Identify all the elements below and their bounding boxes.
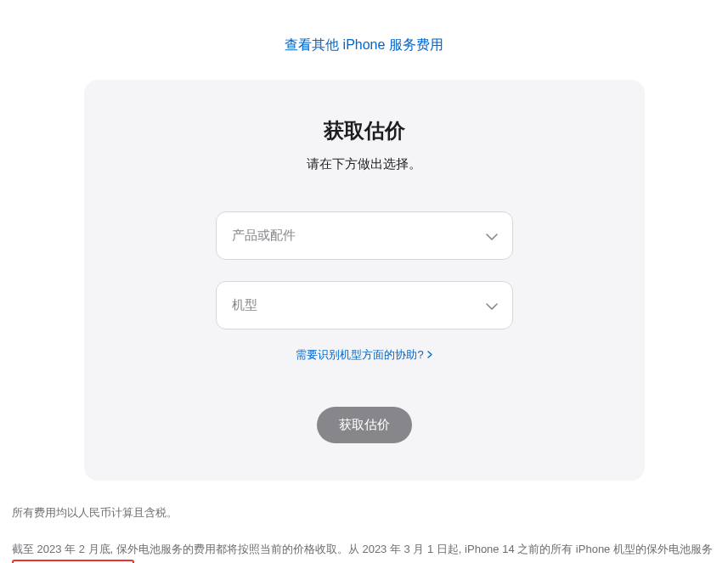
card-subtitle: 请在下方做出选择。: [118, 156, 611, 172]
model-select-wrap: 机型: [216, 281, 513, 329]
card-title: 获取估价: [118, 117, 611, 144]
help-link-wrap: 需要识别机型方面的协助?: [118, 346, 611, 363]
footer-text: 所有费用均以人民币计算且含税。 截至 2023 年 2 月底, 保外电池服务的费…: [8, 503, 720, 563]
product-select[interactable]: 产品或配件: [216, 211, 513, 260]
footer-price-note: 截至 2023 年 2 月底, 保外电池服务的费用都将按照当前的价格收取。从 2…: [12, 539, 716, 563]
product-select-wrap: 产品或配件: [216, 211, 513, 260]
price-increase-highlight: 费用将增加 RMB 169。: [12, 560, 134, 563]
footer-tax-note: 所有费用均以人民币计算且含税。: [12, 503, 716, 524]
identify-model-help-link[interactable]: 需要识别机型方面的协助?: [296, 347, 432, 363]
chevron-right-icon: [427, 350, 432, 360]
model-select-placeholder: 机型: [232, 297, 257, 313]
top-link-wrap: 查看其他 iPhone 服务费用: [8, 0, 720, 80]
other-service-fees-link[interactable]: 查看其他 iPhone 服务费用: [285, 37, 443, 52]
model-select[interactable]: 机型: [216, 281, 513, 329]
get-estimate-button[interactable]: 获取估价: [317, 407, 412, 443]
product-select-placeholder: 产品或配件: [232, 228, 296, 244]
estimate-card: 获取估价 请在下方做出选择。 产品或配件 机型 需要识别机型方面的协助?: [84, 80, 645, 481]
price-note-prefix: 截至 2023 年 2 月底, 保外电池服务的费用都将按照当前的价格收取。从 2…: [12, 543, 713, 555]
help-link-label: 需要识别机型方面的协助?: [296, 347, 423, 363]
